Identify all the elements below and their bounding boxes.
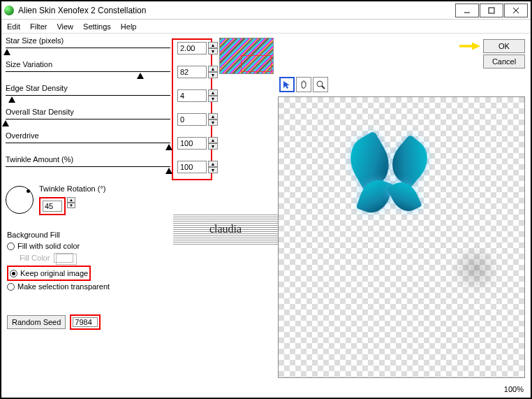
slider-thumb[interactable] bbox=[8, 96, 15, 103]
background-fill-group: Background Fill Fill with solid color Fi… bbox=[7, 231, 110, 292]
menu-edit[interactable]: Edit bbox=[7, 22, 20, 31]
rotation-dial[interactable] bbox=[6, 186, 34, 214]
slider-thumb[interactable] bbox=[165, 168, 172, 174]
label-size-variation: Size Variation bbox=[6, 60, 52, 68]
tool-zoom[interactable] bbox=[313, 77, 328, 92]
spin-up[interactable]: ▲ bbox=[208, 42, 218, 48]
watermark: claudia bbox=[173, 214, 278, 245]
app-icon bbox=[4, 6, 14, 15]
close-button[interactable] bbox=[504, 3, 528, 17]
slider-thumb[interactable] bbox=[2, 120, 9, 126]
highlight-keep-original: Keep original image bbox=[7, 266, 91, 281]
tool-pointer[interactable] bbox=[279, 77, 295, 92]
svg-point-4 bbox=[317, 81, 323, 87]
spin-down[interactable]: ▼ bbox=[208, 167, 218, 173]
slider-star-size[interactable] bbox=[6, 48, 170, 48]
menu-filter[interactable]: Filter bbox=[30, 22, 47, 31]
slider-size-variation[interactable] bbox=[6, 71, 170, 72]
slider-thumb[interactable] bbox=[3, 49, 10, 55]
random-seed-button[interactable]: Random Seed bbox=[7, 315, 66, 329]
preview-content bbox=[343, 130, 434, 221]
slider-overall-density[interactable] bbox=[6, 119, 170, 119]
slider-twinkle-amount[interactable] bbox=[6, 166, 170, 167]
ok-button[interactable]: OK bbox=[483, 39, 525, 53]
tool-hand[interactable] bbox=[296, 77, 311, 92]
spin-down[interactable]: ▼ bbox=[208, 143, 218, 150]
spin-down[interactable]: ▼ bbox=[67, 203, 75, 208]
spin-up[interactable]: ▲ bbox=[208, 137, 218, 143]
spin-up[interactable]: ▲ bbox=[208, 113, 218, 119]
navigator-thumbnail[interactable] bbox=[219, 38, 274, 74]
minimize-button[interactable] bbox=[455, 3, 479, 17]
slider-edge-density[interactable] bbox=[6, 95, 170, 96]
spin-up[interactable]: ▲ bbox=[208, 89, 218, 96]
input-size-variation[interactable] bbox=[177, 66, 207, 78]
label-overall-density: Overall Star Density bbox=[6, 108, 74, 116]
input-overdrive[interactable] bbox=[177, 137, 207, 150]
label-fill-color: Fill Color bbox=[20, 254, 50, 262]
highlight-seed bbox=[70, 314, 101, 330]
svg-rect-1 bbox=[489, 8, 494, 13]
label-bg-fill: Background Fill bbox=[7, 231, 110, 239]
highlight-rotation bbox=[39, 197, 66, 215]
navigator-selection[interactable] bbox=[241, 55, 272, 72]
slider-overdrive[interactable] bbox=[6, 143, 170, 143]
menu-help[interactable]: Help bbox=[121, 22, 137, 31]
spin-down[interactable]: ▼ bbox=[208, 119, 218, 126]
cancel-button[interactable]: Cancel bbox=[483, 55, 525, 68]
svg-line-5 bbox=[322, 86, 325, 89]
label-twinkle-rotation: Twinkle Rotation (°) bbox=[39, 184, 106, 193]
preview-area[interactable] bbox=[278, 96, 525, 378]
menu-settings[interactable]: Settings bbox=[83, 22, 111, 31]
label-twinkle-amount: Twinkle Amount (%) bbox=[6, 155, 73, 164]
titlebar: Alien Skin Xenofex 2 Constellation bbox=[1, 1, 531, 20]
zoom-level: 100% bbox=[504, 385, 524, 393]
input-star-size[interactable] bbox=[177, 42, 207, 55]
spin-up[interactable]: ▲ bbox=[208, 66, 218, 72]
spin-up[interactable]: ▲ bbox=[67, 197, 75, 203]
maximize-button[interactable] bbox=[480, 3, 503, 17]
window-title: Alien Skin Xenofex 2 Constellation bbox=[18, 6, 455, 15]
spin-down[interactable]: ▼ bbox=[208, 72, 218, 78]
menubar: Edit Filter View Settings Help bbox=[1, 20, 531, 34]
fill-color-swatch[interactable] bbox=[54, 253, 73, 263]
input-random-seed[interactable] bbox=[73, 317, 98, 327]
input-twinkle-rotation[interactable] bbox=[43, 201, 62, 212]
label-edge-density: Edge Star Density bbox=[6, 84, 68, 92]
radio-transparent[interactable]: Make selection transparent bbox=[7, 282, 110, 291]
input-overall-density[interactable] bbox=[177, 113, 207, 126]
slider-thumb[interactable] bbox=[165, 144, 172, 150]
slider-thumb[interactable] bbox=[137, 73, 144, 79]
pointer-hand-icon bbox=[459, 40, 480, 52]
input-edge-density[interactable] bbox=[177, 89, 207, 102]
spin-up[interactable]: ▲ bbox=[208, 161, 218, 167]
label-star-size: Star Size (pixels) bbox=[6, 36, 64, 45]
spin-down[interactable]: ▼ bbox=[208, 48, 218, 55]
controls-panel: Star Size (pixels) ▲▼ Size Variation ▲▼ … bbox=[4, 36, 235, 179]
menu-view[interactable]: View bbox=[57, 22, 73, 31]
spin-down[interactable]: ▼ bbox=[208, 96, 218, 102]
input-twinkle-amount[interactable] bbox=[177, 161, 207, 173]
label-overdrive: Overdrive bbox=[6, 131, 39, 140]
preview-shadow bbox=[451, 245, 500, 293]
radio-solid-color[interactable]: Fill with solid color bbox=[7, 242, 110, 250]
radio-keep-original[interactable]: Keep original image bbox=[10, 269, 88, 277]
